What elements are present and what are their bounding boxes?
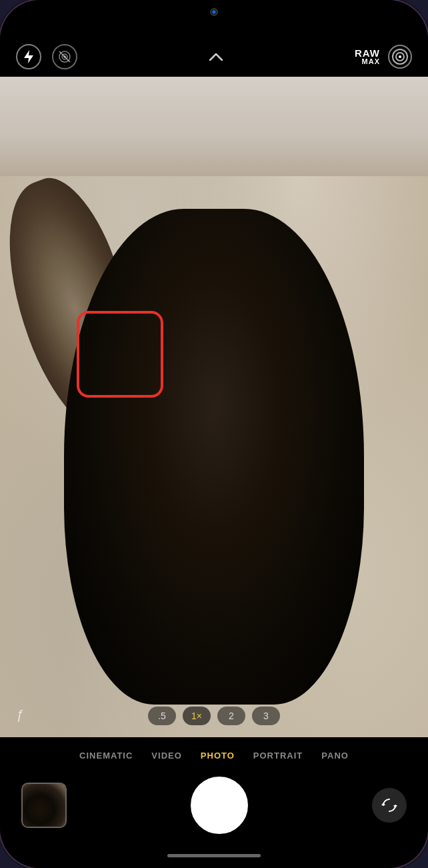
live-photo-off-icon [58,50,71,63]
aperture-indicator: ƒ [16,707,23,723]
mode-pano[interactable]: PANO [312,748,358,763]
shutter-button[interactable] [191,777,248,834]
home-indicator [0,847,428,868]
thumbnail-image [23,784,65,827]
photo-thumbnail[interactable] [21,783,67,828]
flip-camera-icon [380,796,399,815]
focus-box[interactable] [77,311,163,398]
flip-camera-button[interactable] [372,788,407,823]
shutter-inner [195,781,244,830]
raw-max-badge[interactable]: RAW MAX [355,48,380,65]
flash-button[interactable] [16,44,41,69]
settings-chevron[interactable] [209,49,223,65]
zoom-1x-button[interactable]: 1× [183,707,211,725]
phone-shell: RAW MAX ƒ .5 1× 2 3 CINEMATIC [0,0,428,868]
chevron-up-icon [209,52,223,61]
camera-modes-bar: CINEMATIC VIDEO PHOTO PORTRAIT PANO [0,737,428,770]
zoom-05-button[interactable]: .5 [148,707,176,725]
top-left-controls [16,44,77,69]
dynamic-island [171,0,257,24]
mode-photo[interactable]: PHOTO [191,748,244,763]
live-photo-rings [393,50,407,63]
svg-marker-6 [393,805,397,808]
live-dot [399,55,401,58]
mode-cinematic[interactable]: CINEMATIC [70,748,142,763]
svg-marker-5 [381,803,385,805]
live-photo-active-button[interactable] [388,45,412,69]
home-bar[interactable] [167,854,261,857]
live-photo-button[interactable] [52,44,77,69]
flash-icon [23,49,35,64]
camera-bottom-controls [0,770,428,847]
svg-marker-0 [24,50,33,63]
raw-label: RAW [355,48,380,58]
zoom-controls: .5 1× 2 3 [148,707,280,725]
cat-body [64,209,363,705]
zoom-2x-button[interactable]: 2 [217,707,245,725]
mode-video[interactable]: VIDEO [142,748,191,763]
max-label: MAX [362,58,380,65]
top-right-controls: RAW MAX [355,45,412,69]
front-camera [210,8,218,16]
wall-surface [0,77,428,176]
top-notch [0,0,428,37]
camera-viewfinder[interactable]: ƒ .5 1× 2 3 [0,77,428,737]
zoom-3x-button[interactable]: 3 [252,707,280,725]
camera-top-controls: RAW MAX [0,37,428,77]
mode-portrait[interactable]: PORTRAIT [244,748,312,763]
